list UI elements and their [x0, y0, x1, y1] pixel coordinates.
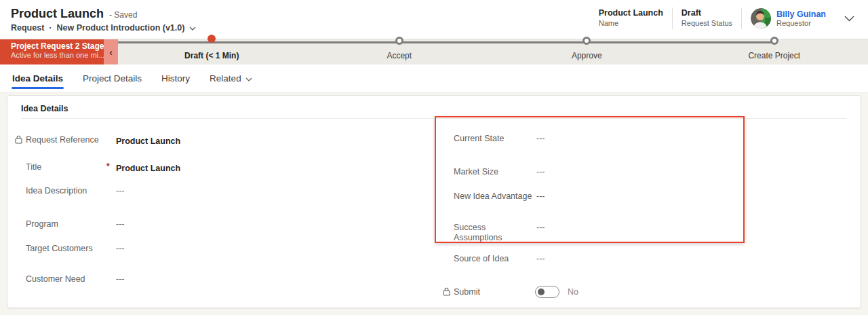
field-current-state: Current State ---: [447, 134, 745, 144]
field-value[interactable]: ---: [116, 219, 125, 229]
section-divider: [21, 118, 847, 119]
requestor-avatar[interactable]: [751, 8, 771, 29]
stage-circle-icon: [395, 37, 403, 45]
requestor-link[interactable]: Billy Guinan: [776, 10, 826, 19]
active-stage-name: Project Request 2 Stage: [11, 41, 101, 51]
tab-related[interactable]: Related: [209, 64, 253, 92]
stage-circle-icon: [583, 37, 591, 45]
field-value[interactable]: ---: [536, 254, 545, 264]
record-header-summary: Product Launch Name Draft Request Status: [599, 7, 857, 29]
field-request-reference: Request Reference Product Launch: [19, 135, 426, 145]
expand-header-chevron-icon[interactable]: [842, 10, 857, 27]
header-field-requestor: Billy Guinan Requestor: [751, 8, 826, 29]
bpf-stage-accept[interactable]: Accept: [306, 39, 494, 64]
bpf-stage-approve[interactable]: Approve: [493, 39, 681, 64]
lock-icon: [443, 287, 450, 299]
stage-active-marker-icon: [208, 35, 216, 43]
form-content: Idea Details Request Reference Product L…: [0, 93, 868, 315]
bpf-track: Draft (< 1 Min) Accept Approve Create Pr…: [118, 39, 868, 64]
active-stage-duration: Active for less than one mi...: [11, 51, 101, 59]
field-source-of-idea: Source of Idea ---: [447, 254, 745, 264]
toggle-off-icon: [535, 286, 559, 298]
tab-idea-details[interactable]: Idea Details: [12, 64, 64, 92]
field-value[interactable]: Product Launch: [116, 136, 180, 147]
divider: [672, 7, 673, 29]
active-stage-banner[interactable]: Project Request 2 Stage Active for less …: [0, 39, 118, 64]
field-value[interactable]: ---: [116, 186, 125, 196]
toggle-state-label: No: [568, 287, 578, 297]
field-target-customers: Target Customers ---: [19, 244, 426, 254]
field-customer-need: Customer Need ---: [19, 274, 426, 284]
separator-dot: ·: [49, 23, 52, 33]
field-value[interactable]: ---: [536, 167, 545, 177]
form-tab-bar: Idea Details Project Details History Rel…: [0, 64, 868, 93]
field-title: Title * Product Launch: [19, 162, 426, 172]
header-field-name: Product Launch Name: [599, 8, 663, 28]
divider: [741, 7, 742, 29]
record-header-left: Product Launch - Saved Request · New Pro…: [11, 7, 196, 33]
bpf-stage-draft[interactable]: Draft (< 1 Min): [118, 39, 306, 64]
save-status: - Saved: [109, 10, 137, 20]
bpf-stage-create-project[interactable]: Create Project: [681, 39, 868, 64]
field-submit: Submit No: [447, 287, 745, 297]
idea-details-section: Idea Details Request Reference Product L…: [7, 95, 861, 308]
field-value[interactable]: Product Launch: [116, 164, 180, 174]
field-program: Program ---: [19, 219, 426, 229]
field-market-size: Market Size ---: [447, 167, 745, 177]
page-title: Product Launch: [11, 7, 104, 21]
stage-circle-icon: [770, 37, 778, 45]
chevron-down-icon: [245, 73, 252, 84]
chevron-left-icon: ‹: [109, 47, 113, 58]
lock-icon: [15, 135, 22, 147]
tab-history[interactable]: History: [161, 64, 191, 92]
chevron-down-icon[interactable]: [189, 23, 196, 33]
field-value[interactable]: ---: [536, 191, 545, 202]
field-idea-description: Idea Description ---: [19, 186, 426, 196]
process-name[interactable]: New Product Introduction (v1.0): [57, 23, 185, 33]
field-success-assumptions: Success Assumptions ---: [447, 223, 745, 243]
header-field-request-status: Draft Request Status: [682, 8, 732, 28]
tab-project-details[interactable]: Project Details: [82, 64, 142, 92]
submit-toggle[interactable]: No: [535, 286, 578, 298]
field-value[interactable]: ---: [116, 244, 125, 254]
field-value[interactable]: ---: [536, 223, 545, 233]
collapse-stage-flyout-button[interactable]: ‹: [104, 39, 118, 64]
field-new-idea-advantage: New Idea Advantage ---: [447, 191, 745, 202]
field-value[interactable]: ---: [116, 274, 125, 284]
required-asterisk: *: [106, 162, 110, 172]
entity-name: Request: [11, 23, 44, 33]
record-header: Product Launch - Saved Request · New Pro…: [0, 0, 868, 39]
business-process-flow: Project Request 2 Stage Active for less …: [0, 39, 868, 64]
section-title: Idea Details: [21, 104, 68, 113]
field-value[interactable]: ---: [536, 134, 545, 144]
